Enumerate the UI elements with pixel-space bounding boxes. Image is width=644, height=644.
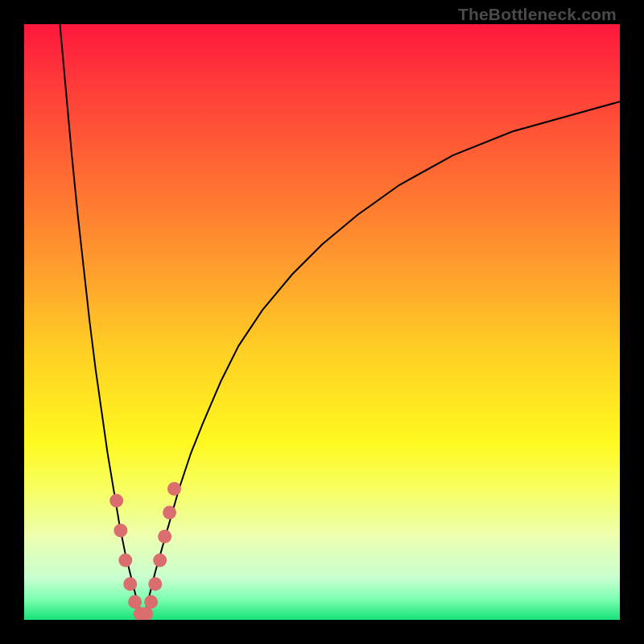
chart-frame: TheBottleneck.com bbox=[0, 0, 644, 644]
curve-layer bbox=[24, 24, 620, 620]
data-marker bbox=[167, 482, 181, 496]
watermark-text: TheBottleneck.com bbox=[458, 5, 617, 24]
data-marker bbox=[163, 506, 176, 519]
marker-group bbox=[109, 482, 181, 620]
data-marker bbox=[123, 577, 137, 591]
data-marker bbox=[109, 494, 123, 508]
plot-area bbox=[24, 24, 620, 620]
data-marker bbox=[118, 554, 132, 568]
data-marker bbox=[114, 524, 127, 538]
data-marker bbox=[153, 554, 167, 568]
data-marker bbox=[158, 530, 171, 543]
data-marker bbox=[144, 595, 158, 609]
data-marker bbox=[148, 577, 162, 591]
curve-left-branch bbox=[60, 24, 143, 620]
curve-right-branch bbox=[143, 101, 620, 620]
data-marker bbox=[128, 595, 142, 609]
